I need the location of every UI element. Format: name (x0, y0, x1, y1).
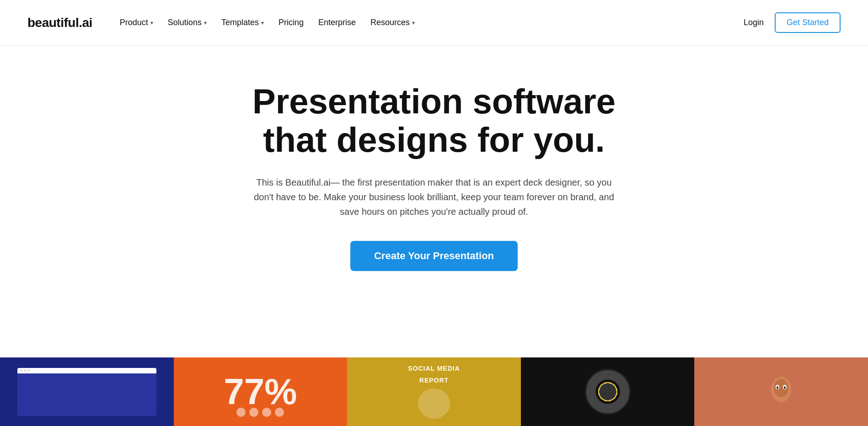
svg-point-5 (784, 386, 786, 389)
browser-dot-yellow (24, 369, 26, 372)
hero-subtitle: This is Beautiful.ai— the first presenta… (246, 175, 622, 219)
dots-row (236, 408, 284, 417)
preview-card-5 (694, 357, 868, 426)
preview-card-3: SOCIAL MEDIA REPORT (347, 357, 521, 426)
nav-item-pricing[interactable]: Pricing (273, 14, 309, 31)
vinyl-record-image (585, 369, 631, 415)
nav-link-templates[interactable]: Templates ▾ (216, 14, 269, 31)
social-media-sublabel: REPORT (419, 377, 449, 384)
browser-mockup (17, 368, 156, 416)
social-media-label: SOCIAL MEDIA (408, 365, 460, 372)
preview-card-2: 77% (174, 357, 348, 426)
chevron-down-icon: ▾ (204, 20, 207, 26)
nav-link-product[interactable]: Product ▾ (114, 14, 159, 31)
navbar: beautiful.ai Product ▾ Solutions ▾ (0, 0, 868, 46)
abstract-face-icon (763, 373, 799, 410)
preview-strip: 77% SOCIAL MEDIA REPORT (0, 357, 868, 426)
dot-4 (275, 408, 284, 417)
browser-dot-green (27, 369, 30, 372)
dot-2 (249, 408, 258, 417)
chevron-down-icon: ▾ (412, 20, 415, 26)
chevron-down-icon: ▾ (261, 20, 264, 26)
preview-card-4 (521, 357, 695, 426)
dot-3 (262, 408, 271, 417)
nav-item-templates[interactable]: Templates ▾ (216, 14, 269, 31)
nav-link-solutions[interactable]: Solutions ▾ (162, 14, 212, 31)
login-link[interactable]: Login (744, 18, 764, 27)
nav-left: beautiful.ai Product ▾ Solutions ▾ (27, 14, 420, 31)
preview-card-3-content: SOCIAL MEDIA REPORT (347, 357, 521, 426)
preview-card-4-content (521, 357, 695, 426)
nav-item-enterprise[interactable]: Enterprise (313, 14, 361, 31)
nav-item-solutions[interactable]: Solutions ▾ (162, 14, 212, 31)
nav-links: Product ▾ Solutions ▾ Templates ▾ (114, 14, 420, 31)
svg-point-4 (777, 386, 778, 389)
nav-item-product[interactable]: Product ▾ (114, 14, 159, 31)
hero-title: Presentation software that designs for y… (228, 82, 640, 159)
dot-1 (236, 408, 246, 417)
percent-display: 77% (224, 371, 297, 413)
browser-dot-red (20, 369, 22, 372)
social-media-image (418, 389, 450, 419)
get-started-button[interactable]: Get Started (775, 12, 841, 33)
preview-card-1-inner (0, 357, 174, 426)
preview-card-1 (0, 357, 174, 426)
nav-link-resources[interactable]: Resources ▾ (365, 14, 420, 31)
create-presentation-button[interactable]: Create Your Presentation (350, 241, 518, 271)
logo[interactable]: beautiful.ai (27, 16, 92, 30)
chevron-down-icon: ▾ (150, 20, 153, 26)
preview-card-2-content: 77% (174, 357, 348, 426)
hero-section: Presentation software that designs for y… (0, 46, 868, 298)
nav-link-enterprise[interactable]: Enterprise (313, 14, 361, 31)
browser-bar (17, 368, 156, 373)
nav-right: Login Get Started (744, 12, 841, 33)
preview-card-5-content (694, 357, 868, 426)
nav-item-resources[interactable]: Resources ▾ (365, 14, 420, 31)
nav-link-pricing[interactable]: Pricing (273, 14, 309, 31)
